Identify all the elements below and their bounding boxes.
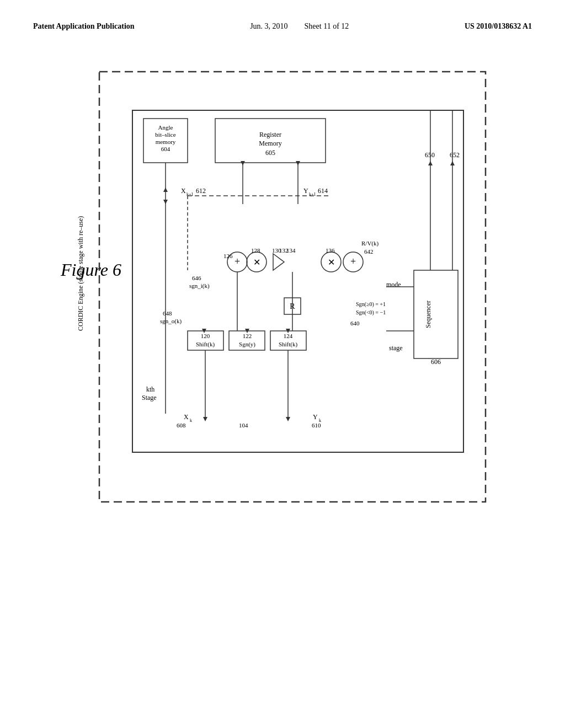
stage-label: stage — [389, 344, 403, 352]
publication-date: Jun. 3, 2010 — [250, 22, 287, 31]
mux-triangle-1 — [273, 254, 284, 270]
svg-text:126: 126 — [223, 253, 233, 259]
svg-text:122: 122 — [243, 333, 252, 339]
arrow-yk — [286, 417, 290, 421]
svg-text:610: 610 — [312, 422, 321, 429]
label-650: 650 — [425, 151, 435, 159]
sgn-o-label: 648 — [163, 310, 172, 317]
arrow-xk — [203, 417, 207, 421]
svg-text:bit–slice: bit–slice — [155, 131, 175, 138]
header-center: Jun. 3, 2010 Sheet 11 of 12 — [250, 22, 349, 31]
x-k-label: X — [184, 413, 189, 421]
svg-text:Shift(k): Shift(k) — [279, 341, 298, 348]
y-k-label: Y — [313, 413, 318, 421]
svg-text:128: 128 — [251, 247, 260, 254]
svg-text:k+1: k+1 — [309, 192, 316, 197]
sgn-neg-label: Sgn(<0) = −1 — [356, 309, 386, 316]
arrow-652-up — [450, 161, 455, 165]
svg-text:Shift(k): Shift(k) — [196, 341, 215, 348]
svg-text:Sgn(y): Sgn(y) — [239, 341, 255, 348]
circuit-diagram: Figure 6 CORDIC Engine (single stage wit… — [55, 55, 508, 552]
svg-text:134: 134 — [286, 247, 296, 254]
sgn-i-label: 646 — [192, 275, 201, 281]
sequencer-box — [414, 270, 458, 358]
svg-text:k: k — [190, 418, 192, 423]
svg-text:Stage: Stage — [142, 394, 157, 402]
publication-label: Patent Application Publication — [33, 22, 135, 31]
svg-text:✕: ✕ — [253, 258, 260, 267]
svg-text:Angle: Angle — [158, 124, 173, 131]
label-640: 640 — [350, 320, 360, 326]
svg-text:606: 606 — [431, 358, 441, 366]
arrow-down-1 — [163, 200, 168, 204]
sheet-info: Sheet 11 of 12 — [305, 22, 349, 31]
kth-stage-label: kth — [146, 386, 154, 393]
mode-label: mode — [386, 281, 401, 288]
svg-text:+: + — [234, 256, 240, 267]
patent-number: US 2010/0138632 A1 — [465, 22, 532, 31]
figure-caption: CORDIC Engine (single stage with re–use) — [77, 216, 84, 331]
arrow-up-1 — [163, 188, 168, 192]
x-k-plus1-label: X — [181, 187, 186, 195]
svg-text:120: 120 — [201, 333, 210, 339]
label-104: 104 — [239, 422, 248, 429]
figure-label: Figure 6 — [60, 260, 121, 280]
page: Patent Application Publication Jun. 3, 2… — [0, 0, 565, 728]
svg-text:memory: memory — [156, 138, 176, 145]
page-header: Patent Application Publication Jun. 3, 2… — [33, 22, 532, 31]
svg-text:sgn_i(k): sgn_i(k) — [189, 282, 210, 290]
label-652: 652 — [450, 151, 460, 159]
svg-text:605: 605 — [265, 149, 275, 157]
svg-text:Memory: Memory — [259, 140, 281, 147]
arrow-reg-1 — [241, 161, 245, 165]
sgn-pos-label: Sgn(≥0) = +1 — [356, 301, 386, 308]
svg-text:Sequencer: Sequencer — [424, 301, 432, 328]
svg-text:124: 124 — [284, 333, 293, 339]
svg-text:136: 136 — [326, 247, 335, 254]
svg-text:614: 614 — [318, 187, 328, 195]
rv-k-label: R/V(k) — [361, 240, 379, 247]
arrow-650-up — [428, 161, 433, 165]
svg-text:642: 642 — [364, 248, 374, 255]
svg-text:608: 608 — [177, 422, 186, 429]
svg-text:Register: Register — [259, 131, 281, 138]
arrow-reg-2 — [296, 161, 300, 165]
svg-text:612: 612 — [196, 187, 206, 195]
y-k-plus1-label: Y — [303, 187, 308, 195]
svg-text:+: + — [350, 256, 356, 267]
svg-text:sgn_o(k): sgn_o(k) — [160, 318, 182, 325]
svg-text:✕: ✕ — [328, 258, 335, 267]
svg-text:604: 604 — [161, 146, 170, 152]
